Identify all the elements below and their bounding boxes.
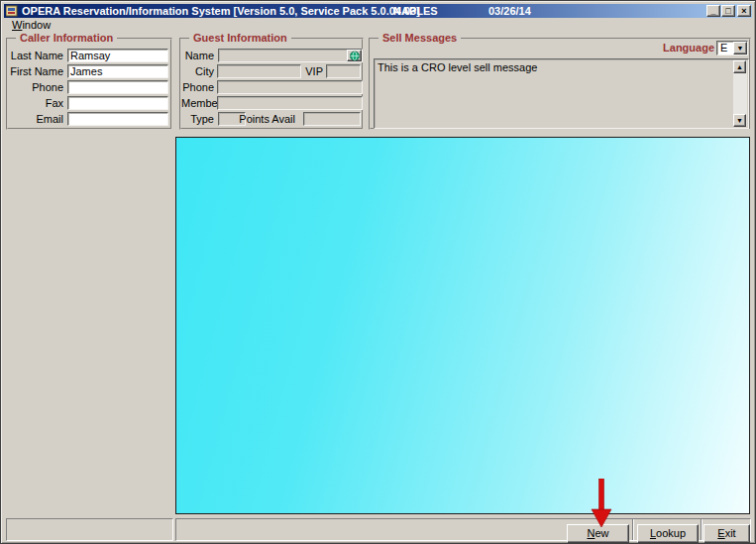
guest-phone-label: Phone <box>181 80 214 94</box>
scroll-up-icon[interactable]: ▲ <box>733 60 746 73</box>
language-selected-value: E <box>720 42 727 54</box>
caller-email-input[interactable] <box>67 112 168 126</box>
last-name-label: Last Name <box>8 49 63 62</box>
guest-information-legend: Guest Information <box>189 32 291 45</box>
guest-member-label: Member <box>181 96 214 110</box>
lookup-button[interactable]: Lookup <box>637 524 699 543</box>
button-separator <box>632 519 634 540</box>
sell-messages-group: Sell Messages Language E ▼ This is a CRO… <box>369 38 751 130</box>
menubar: Window <box>4 19 752 33</box>
language-label: Language <box>623 41 714 54</box>
guest-phone-input <box>217 80 363 94</box>
guest-name-label: Name <box>181 49 214 62</box>
status-panel-left <box>6 518 173 541</box>
chevron-down-icon[interactable]: ▼ <box>733 42 747 54</box>
globe-icon <box>349 51 361 61</box>
caller-information-group: Caller Information Last Name First Name … <box>6 38 172 130</box>
points-avail-input <box>303 112 361 126</box>
email-label: Email <box>8 112 63 126</box>
guest-city-label: City <box>181 64 214 78</box>
minimize-button[interactable]: _ <box>706 5 720 17</box>
red-arrow-annotation-icon <box>591 479 612 528</box>
guest-information-group: Guest Information Name City Phone Member… <box>179 38 364 130</box>
scroll-down-icon[interactable]: ▼ <box>733 114 746 127</box>
caller-phone-input[interactable] <box>67 80 168 94</box>
sell-message-text: This is a CRO level sell message <box>378 61 537 73</box>
first-name-label: First Name <box>8 64 63 78</box>
opera-application-window: OPERA Reservation/Information System [Ve… <box>0 0 756 544</box>
guest-city-input <box>217 64 301 78</box>
caller-first-name-input[interactable] <box>67 64 168 78</box>
titlebar: OPERA Reservation/Information System [Ve… <box>4 4 752 18</box>
exit-button[interactable]: Exit <box>703 524 750 543</box>
fax-label: Fax <box>8 96 63 110</box>
language-select[interactable]: E ▼ <box>716 41 748 55</box>
window-title: OPERA Reservation/Information System [Ve… <box>22 4 420 18</box>
cro-name: NAPLES <box>393 4 438 18</box>
vip-input <box>326 64 361 78</box>
sell-message-scrollbar[interactable]: ▲ ▼ <box>733 60 747 127</box>
vip-label: VIP <box>303 64 323 78</box>
close-button[interactable]: × <box>737 5 751 17</box>
app-icon <box>6 5 18 17</box>
phone-label: Phone <box>8 80 63 94</box>
system-date: 03/26/14 <box>488 4 531 18</box>
sell-messages-legend: Sell Messages <box>378 32 461 45</box>
points-avail-label: Points Avail <box>239 112 295 126</box>
guest-name-input <box>218 49 363 62</box>
guest-type-label: Type <box>181 112 214 126</box>
reservation-canvas <box>175 137 750 514</box>
sell-message-text-area: This is a CRO level sell message ▲ ▼ <box>374 58 749 129</box>
caller-fax-input[interactable] <box>67 96 168 110</box>
caller-information-legend: Caller Information <box>16 32 117 45</box>
maximize-button[interactable]: □ <box>721 5 735 17</box>
caller-last-name-input[interactable] <box>67 49 168 62</box>
guest-name-lookup-button[interactable] <box>347 50 362 61</box>
guest-member-input <box>217 96 363 110</box>
button-separator <box>701 519 702 540</box>
menu-window[interactable]: Window <box>8 19 54 31</box>
